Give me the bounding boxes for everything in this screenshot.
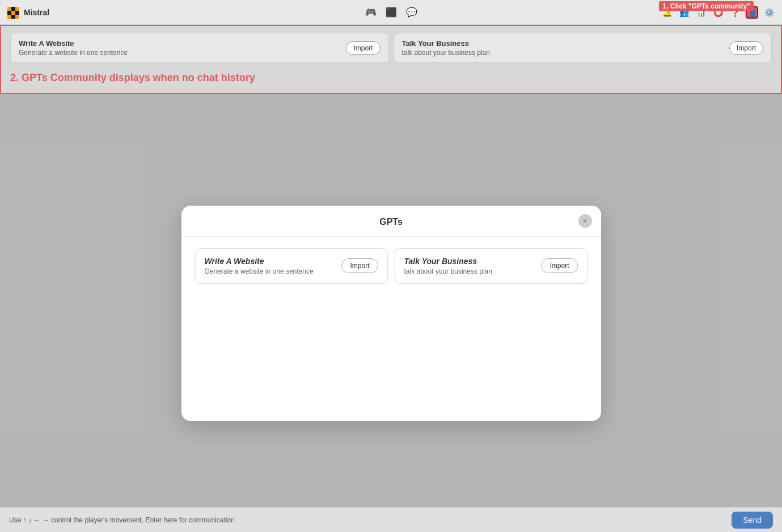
svg-rect-7 [11,15,15,19]
app-logo-icon [7,6,19,19]
app-title: Mistral [24,8,49,17]
gpts-bar-card-write-website-text: Write A Website Generate a website in on… [19,39,128,57]
bottom-hint: Use ↑ ↓ ← → control the player's movemen… [9,516,235,524]
click-gpts-annotation: 1. Click "GPTs community" [659,1,754,11]
chat-icon[interactable]: 💬 [406,7,417,18]
svg-rect-3 [7,11,11,15]
gpts-bar-card-write-website-desc: Generate a website in one sentence [19,49,128,57]
modal-import-write-website-button[interactable]: Import [341,258,378,273]
gpts-bar-card-write-website-title: Write A Website [19,39,128,48]
modal-card-talk-business-title: Talk Your Business [404,257,492,266]
modal-card-talk-business: Talk Your Business talk about your busin… [395,248,587,284]
gpts-bar-card-talk-business-desc: talk about your business plan [402,49,490,57]
modal-card-talk-business-desc: talk about your business plan [404,267,492,275]
modal-body: Write A Website Generate a website in on… [181,237,601,295]
titlebar-left: Mistral [7,6,49,19]
titlebar-center: 🎮 ⬛ 💬 [365,7,417,18]
gpts-bar-card-write-website: Write A Website Generate a website in on… [10,33,389,63]
page: Mistral 🎮 ⬛ 💬 1. Click "GPTs community" … [0,0,782,532]
modal-card-write-website-text: Write A Website Generate a website in on… [205,257,314,275]
gpts-bar-card-talk-business-text: Talk Your Business talk about your busin… [402,39,490,57]
modal-title: GPTs [379,217,403,227]
gpts-bar-card-talk-business-title: Talk Your Business [402,39,490,48]
gpts-modal: GPTs × Write A Website Generate a websit… [181,206,601,421]
modal-close-button[interactable]: × [578,214,592,228]
send-button[interactable]: Send [732,512,773,529]
modal-header: GPTs × [181,206,601,237]
gpts-bar-import-talk-business-button[interactable]: Import [729,41,763,55]
modal-card-write-website-desc: Generate a website in one sentence [205,267,314,275]
gamepad-icon[interactable]: 🎮 [365,7,377,18]
modal-card-write-website: Write A Website Generate a website in on… [195,248,388,284]
titlebar: Mistral 🎮 ⬛ 💬 1. Click "GPTs community" … [0,0,782,25]
gpts-community-annotation: 2. GPTs Community displays when no chat … [10,70,772,86]
svg-rect-6 [7,15,11,19]
svg-rect-0 [7,7,11,11]
modal-card-write-website-title: Write A Website [205,257,314,266]
modal-overlay: GPTs × Write A Website Generate a websit… [0,94,782,532]
gpts-bar-import-write-website-button[interactable]: Import [346,41,380,55]
gpts-community-bar: Write A Website Generate a website in on… [0,25,782,94]
titlebar-right: 1. Click "GPTs community" 🔔 👥 📊 ⭕ ❓ 👤 ⚙️ [661,6,775,19]
gpts-bar-cards: Write A Website Generate a website in on… [10,33,772,63]
modal-card-talk-business-text: Talk Your Business talk about your busin… [404,257,492,275]
settings-icon[interactable]: ⚙️ [763,6,775,19]
modal-import-talk-business-button[interactable]: Import [541,258,577,273]
bottom-bar: Use ↑ ↓ ← → control the player's movemen… [0,507,782,532]
gpts-bar-card-talk-business: Talk Your Business talk about your busin… [394,33,772,63]
modal-cards: Write A Website Generate a website in on… [195,248,587,284]
svg-rect-1 [11,7,15,11]
svg-rect-5 [15,11,19,15]
svg-rect-8 [15,15,19,19]
toggle-icon[interactable]: ⬛ [386,7,397,18]
svg-rect-4 [11,11,15,15]
main-content: GPTs × Write A Website Generate a websit… [0,94,782,532]
svg-rect-2 [15,7,19,11]
